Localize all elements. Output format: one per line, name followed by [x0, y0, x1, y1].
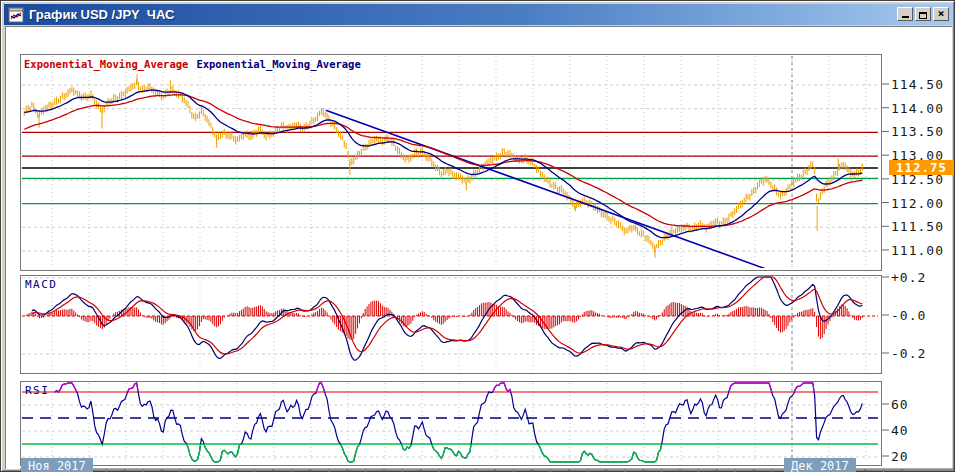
- rsi-scale-label: 60: [891, 397, 909, 412]
- rsi-label: RSI: [25, 384, 49, 397]
- price-scale-label: 114.50: [891, 77, 944, 92]
- macd-scale-label: -0.2: [891, 346, 926, 361]
- ema-legend: Exponential_Moving_AverageExponential_Mo…: [24, 58, 361, 70]
- price-chart-panel[interactable]: Exponential_Moving_AverageExponential_Mo…: [20, 54, 882, 271]
- rsi-scale-label: 40: [891, 423, 909, 438]
- price-chart-canvas[interactable]: [21, 55, 879, 268]
- price-scale-label: 111.50: [891, 219, 944, 234]
- close-icon: ×: [938, 8, 945, 20]
- chart-client-area: Exponential_Moving_AverageExponential_Mo…: [5, 26, 952, 469]
- current-price-badge: 112.75: [889, 160, 954, 175]
- month-badge-november: Ноя 2017: [21, 458, 93, 472]
- close-button[interactable]: ×: [933, 7, 949, 21]
- macd-scale-label: +0.2: [891, 270, 926, 285]
- maximize-button[interactable]: [915, 7, 931, 21]
- app-window: График USD /JPY ЧАС × Exponential_Moving…: [0, 0, 955, 472]
- rsi-scale-label: 20: [891, 449, 909, 464]
- price-scale-label: 112.00: [891, 196, 944, 211]
- price-scale-label: 113.50: [891, 124, 944, 139]
- chart-icon: [8, 7, 24, 23]
- price-scale-label: 114.00: [891, 101, 944, 116]
- ema2-legend-label: Exponential_Moving_Average: [196, 58, 360, 70]
- ema1-legend-label: Exponential_Moving_Average: [24, 58, 188, 70]
- maximize-icon: [919, 12, 927, 19]
- minimize-icon: [902, 16, 909, 18]
- rsi-canvas[interactable]: [21, 382, 879, 463]
- window-title: График USD /JPY ЧАС: [29, 7, 174, 22]
- minimize-button[interactable]: [897, 7, 913, 21]
- title-bar[interactable]: График USD /JPY ЧАС ×: [4, 4, 953, 25]
- month-badge-december: Дек 2017: [784, 458, 856, 472]
- price-scale-label: 111.00: [891, 243, 944, 258]
- macd-scale-label: -0.0: [891, 308, 926, 323]
- macd-label: MACD: [25, 278, 58, 291]
- rsi-panel[interactable]: RSI: [20, 381, 882, 466]
- macd-panel[interactable]: MACD: [20, 275, 882, 374]
- macd-canvas[interactable]: [21, 276, 879, 371]
